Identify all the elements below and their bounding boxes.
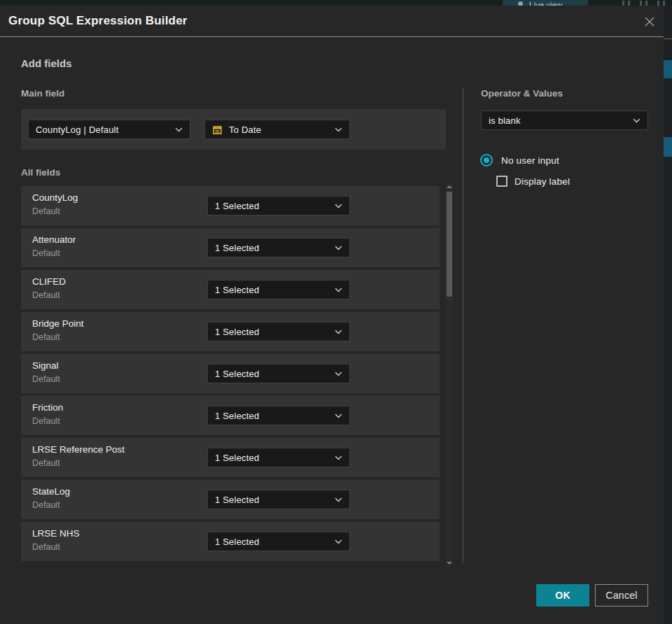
field-values-select[interactable]: 1 Selected bbox=[207, 490, 350, 509]
field-row: LRSE Reference Post Default 1 Selected bbox=[21, 438, 440, 477]
pause-icon bbox=[657, 1, 665, 6]
background-accent-block bbox=[664, 60, 672, 78]
dialog-title: Group SQL Expression Builder bbox=[8, 6, 188, 36]
close-icon bbox=[644, 16, 655, 27]
no-user-input-radio[interactable]: No user input bbox=[480, 154, 559, 166]
background-right-edge bbox=[664, 6, 672, 624]
title-divider bbox=[0, 36, 664, 37]
field-values-select[interactable]: 1 Selected bbox=[207, 238, 350, 257]
live-view-label: Live view bbox=[529, 0, 562, 6]
field-values-select-value: 1 Selected bbox=[215, 411, 259, 421]
cancel-button[interactable]: Cancel bbox=[595, 584, 648, 607]
field-values-select[interactable]: 1 Selected bbox=[207, 196, 350, 215]
field-subtitle: Default bbox=[32, 290, 60, 300]
main-field-select-value: CountyLog | Default bbox=[36, 125, 118, 135]
calendar-icon bbox=[212, 125, 223, 135]
chevron-down-icon bbox=[335, 371, 342, 376]
chevron-down-icon bbox=[335, 329, 342, 334]
field-values-select-value: 1 Selected bbox=[215, 369, 259, 379]
field-row: CLIFED Default 1 Selected bbox=[21, 270, 440, 309]
field-name: Attenuator bbox=[32, 234, 76, 245]
chevron-down-icon bbox=[335, 539, 342, 544]
close-button[interactable] bbox=[641, 13, 658, 30]
field-name: Friction bbox=[32, 402, 63, 413]
field-row: StateLog Default 1 Selected bbox=[21, 480, 440, 519]
live-view-button[interactable]: Live view bbox=[503, 0, 588, 6]
field-subtitle: Default bbox=[32, 248, 60, 258]
scrollbar-up-arrow-icon[interactable] bbox=[447, 185, 452, 188]
field-values-select-value: 1 Selected bbox=[215, 285, 259, 295]
field-row: Attenuator Default 1 Selected bbox=[21, 228, 440, 267]
field-row: Signal Default 1 Selected bbox=[21, 354, 440, 393]
field-values-select[interactable]: 1 Selected bbox=[207, 532, 350, 551]
operator-values-heading: Operator & Values bbox=[481, 88, 563, 99]
field-name: Bridge Point bbox=[32, 318, 84, 329]
field-subtitle: Default bbox=[32, 332, 60, 342]
field-name: Signal bbox=[32, 360, 59, 371]
field-subtitle: Default bbox=[32, 542, 60, 552]
main-field-panel: CountyLog | Default To Date bbox=[21, 109, 446, 150]
background-toolbar-icons bbox=[622, 1, 665, 6]
checkbox-unchecked-icon[interactable] bbox=[496, 176, 507, 187]
field-values-select[interactable]: 1 Selected bbox=[207, 406, 350, 425]
field-row: CountyLog Default 1 Selected bbox=[21, 186, 440, 225]
field-values-select-value: 1 Selected bbox=[215, 243, 259, 253]
add-fields-heading: Add fields bbox=[21, 57, 72, 69]
chevron-down-icon bbox=[335, 455, 342, 460]
field-subtitle: Default bbox=[32, 416, 60, 426]
chevron-down-icon bbox=[335, 497, 342, 502]
field-name: LRSE Reference Post bbox=[32, 444, 125, 455]
main-field-select[interactable]: CountyLog | Default bbox=[28, 120, 190, 139]
background-toolbar: Live view bbox=[0, 0, 672, 6]
no-user-input-label: No user input bbox=[501, 155, 559, 166]
background-accent-block bbox=[664, 137, 672, 157]
field-values-select[interactable]: 1 Selected bbox=[207, 364, 350, 383]
display-label-checkbox-row[interactable]: Display label bbox=[496, 176, 570, 187]
field-subtitle: Default bbox=[32, 500, 60, 510]
panel-divider bbox=[463, 87, 463, 563]
chevron-down-icon bbox=[335, 246, 342, 250]
field-name: CLIFED bbox=[32, 276, 66, 287]
radio-selected-icon[interactable] bbox=[480, 154, 493, 166]
group-sql-expression-builder-dialog: Group SQL Expression Builder Add fields … bbox=[0, 6, 664, 624]
main-field-type-value: To Date bbox=[229, 125, 261, 135]
field-values-select-value: 1 Selected bbox=[215, 453, 259, 463]
field-values-select-value: 1 Selected bbox=[215, 327, 259, 337]
field-values-select[interactable]: 1 Selected bbox=[207, 322, 350, 341]
field-name: StateLog bbox=[32, 486, 70, 497]
all-fields-list: CountyLog Default 1 Selected Attenuator … bbox=[21, 186, 440, 564]
field-row: Friction Default 1 Selected bbox=[21, 396, 440, 435]
operator-select[interactable]: is blank bbox=[481, 111, 648, 130]
chevron-down-icon bbox=[175, 127, 183, 132]
dialog-titlebar: Group SQL Expression Builder bbox=[0, 6, 664, 36]
display-label-label: Display label bbox=[514, 176, 570, 187]
field-row: LRSE NHS Default 1 Selected bbox=[21, 522, 440, 561]
field-subtitle: Default bbox=[32, 458, 60, 468]
chevron-down-icon bbox=[633, 118, 640, 123]
main-field-type-select[interactable]: To Date bbox=[204, 120, 350, 139]
field-name: CountyLog bbox=[32, 192, 78, 203]
pause-icon bbox=[640, 1, 648, 6]
field-values-select-value: 1 Selected bbox=[215, 201, 259, 211]
chevron-down-icon bbox=[335, 204, 342, 208]
field-values-select[interactable]: 1 Selected bbox=[207, 280, 350, 299]
field-subtitle: Default bbox=[32, 206, 60, 216]
main-field-heading: Main field bbox=[21, 88, 64, 99]
ok-button[interactable]: OK bbox=[536, 584, 589, 607]
fields-scrollbar[interactable] bbox=[446, 183, 453, 567]
chevron-down-icon bbox=[335, 127, 342, 132]
scrollbar-thumb[interactable] bbox=[447, 192, 452, 297]
background-divider bbox=[664, 38, 672, 39]
chevron-down-icon bbox=[335, 288, 342, 292]
field-name: LRSE NHS bbox=[32, 528, 80, 539]
field-values-select[interactable]: 1 Selected bbox=[207, 448, 350, 467]
field-row: Bridge Point Default 1 Selected bbox=[21, 312, 440, 351]
field-values-select-value: 1 Selected bbox=[215, 495, 259, 505]
scrollbar-down-arrow-icon[interactable] bbox=[447, 562, 452, 565]
chevron-down-icon bbox=[335, 413, 342, 418]
operator-select-value: is blank bbox=[489, 115, 521, 126]
all-fields-heading: All fields bbox=[21, 167, 60, 178]
field-values-select-value: 1 Selected bbox=[215, 537, 259, 547]
pause-icon bbox=[622, 1, 630, 6]
field-subtitle: Default bbox=[32, 374, 60, 384]
